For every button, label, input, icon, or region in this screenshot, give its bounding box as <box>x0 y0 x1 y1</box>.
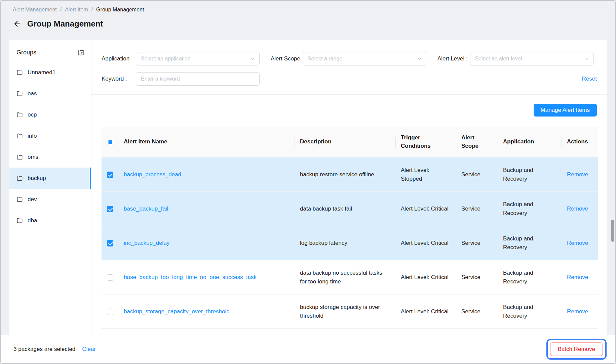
selection-summary: 3 packages are selected Clear <box>13 346 96 353</box>
filter-bar: Application Select an application Alert … <box>91 40 607 95</box>
remove-link[interactable]: Remove <box>567 274 588 280</box>
trigger-conditions-cell: Alert Level: Stopped <box>401 167 429 182</box>
alert-level-select[interactable]: Select an alert level <box>470 52 594 65</box>
row-checkbox[interactable] <box>107 309 113 315</box>
folder-icon <box>16 175 23 182</box>
selection-count-text: 3 packages are selected <box>13 346 75 353</box>
arrow-left-icon <box>13 19 22 28</box>
group-list: Unnamed1 oas ocp info om <box>9 62 91 231</box>
table-row: base_backup_too_long_time_no_one_success… <box>102 260 598 294</box>
sidebar-item-dba[interactable]: dba <box>9 210 91 231</box>
remove-link[interactable]: Remove <box>567 308 588 315</box>
vertical-scrollbar-thumb[interactable] <box>611 220 614 242</box>
group-item-label: backup <box>28 175 46 182</box>
sidebar-item-backup[interactable]: backup <box>9 168 91 189</box>
alert-scope-filter-label: Alert Scope <box>271 55 300 62</box>
table-header: Alert Item Name Description Trigger Cond… <box>102 127 598 157</box>
alert-scope-select-placeholder: Select a range <box>308 56 342 62</box>
application-select-placeholder: Select an application <box>141 56 191 62</box>
row-checkbox[interactable] <box>107 172 113 178</box>
table-row: backup_storage_capacity_over_threshold b… <box>102 294 598 329</box>
batch-remove-button[interactable]: Batch Remove <box>550 343 603 356</box>
row-checkbox[interactable] <box>107 240 113 246</box>
alert-item-name-link[interactable]: base_backup_too_long_time_no_one_success… <box>124 274 257 280</box>
folder-icon <box>16 111 23 118</box>
keyword-input[interactable] <box>136 72 260 86</box>
alert-scope-select[interactable]: Select a range <box>303 52 426 65</box>
back-button[interactable] <box>13 19 22 28</box>
description-cell: backup restore service offline <box>300 171 374 178</box>
page-title: Group Management <box>27 19 103 29</box>
description-cell: buckup storage capacity is over threshol… <box>300 304 380 319</box>
alert-scope-cell: Service <box>461 171 480 178</box>
sidebar-item-dev[interactable]: dev <box>9 189 91 210</box>
column-header-alert-scope: Alert Scope <box>461 134 478 149</box>
title-row: Group Management <box>13 19 615 29</box>
folder-icon <box>16 90 23 97</box>
remove-link[interactable]: Remove <box>567 240 588 246</box>
breadcrumb-separator: / <box>91 7 93 13</box>
row-checkbox[interactable] <box>107 206 113 212</box>
table-row: base_backup_fail data backup task fail A… <box>102 192 598 226</box>
keyword-filter: Keyword : <box>102 72 260 86</box>
content-panel: Application Select an application Alert … <box>91 40 607 335</box>
chevron-down-icon <box>584 56 590 62</box>
application-cell: Backup and Recovery <box>503 201 533 216</box>
folder-icon <box>16 217 23 224</box>
trigger-conditions-cell: Alert Level: Critical <box>401 206 449 212</box>
alert-scope-cell: Service <box>461 274 480 280</box>
sidebar-item-oms[interactable]: oms <box>9 146 91 168</box>
breadcrumb-alert-item[interactable]: Alert Item <box>65 7 88 13</box>
folder-icon <box>16 133 23 139</box>
main-card: Groups Unnamed1 oas <box>9 40 607 335</box>
alert-table-body: backup_process_dead backup restore servi… <box>102 157 598 329</box>
alert-items-table: Alert Item Name Description Trigger Cond… <box>102 127 598 329</box>
add-group-folder-icon[interactable] <box>77 49 85 56</box>
clear-selection-link[interactable]: Clear <box>82 346 96 353</box>
application-cell: Backup and Recovery <box>503 235 533 251</box>
group-item-label: dev <box>28 196 37 203</box>
breadcrumb-alert-management[interactable]: Alert Management <box>13 7 57 13</box>
alert-level-select-placeholder: Select an alert level <box>475 56 522 62</box>
alert-item-name-link[interactable]: backup_process_dead <box>124 171 181 178</box>
alert-scope-cell: Service <box>461 240 480 246</box>
remove-link[interactable]: Remove <box>567 171 588 178</box>
alert-scope-filter: Alert Scope Select a range <box>271 52 426 65</box>
trigger-conditions-cell: Alert Level: Critical <box>401 274 449 280</box>
table-area: Manage Alert Items Alert Item Name Descr… <box>91 95 607 335</box>
manage-alert-items-button[interactable]: Manage Alert Items <box>534 104 597 117</box>
groups-sidebar: Groups Unnamed1 oas <box>9 40 91 335</box>
alert-scope-cell: Service <box>461 308 480 315</box>
application-cell: Backup and Recovery <box>503 270 533 285</box>
sidebar-item-ocp[interactable]: ocp <box>9 104 91 125</box>
description-cell: data backup no successful tasks for too … <box>300 270 382 285</box>
breadcrumb: Alert Management / Alert Item / Group Ma… <box>13 7 615 13</box>
application-filter-label: Application <box>102 55 134 62</box>
trigger-conditions-cell: Alert Level: Critical <box>401 240 449 246</box>
remove-link[interactable]: Remove <box>567 206 588 212</box>
description-cell: log backup latency <box>300 240 347 246</box>
group-item-label: oas <box>28 90 37 97</box>
alert-item-name-link[interactable]: base_backup_fail <box>124 206 168 212</box>
column-header-trigger-conditions: Trigger Conditions <box>401 134 431 149</box>
trigger-conditions-cell: Alert Level: Critical <box>401 308 449 315</box>
batch-remove-highlight-ring: Batch Remove <box>546 339 607 360</box>
application-select[interactable]: Select an application <box>136 52 260 65</box>
reset-link[interactable]: Reset <box>582 76 597 82</box>
alert-item-name-link[interactable]: backup_storage_capacity_over_threshold <box>124 308 230 315</box>
sidebar-item-unnamed1[interactable]: Unnamed1 <box>9 62 91 83</box>
folder-icon <box>16 196 23 203</box>
table-row: backup_process_dead backup restore servi… <box>102 157 598 192</box>
row-checkbox[interactable] <box>107 274 113 281</box>
sidebar-item-oas[interactable]: oas <box>9 83 91 104</box>
select-all-checkbox[interactable] <box>107 139 113 145</box>
application-filter: Application Select an application <box>102 52 260 65</box>
groups-title: Groups <box>16 49 36 56</box>
alert-item-name-link[interactable]: inc_backup_delay <box>124 240 169 246</box>
breadcrumb-separator: / <box>60 7 62 13</box>
column-header-application: Application <box>503 138 534 145</box>
sidebar-item-info[interactable]: info <box>9 125 91 146</box>
breadcrumb-current: Group Management <box>96 7 144 13</box>
column-header-description: Description <box>300 138 332 145</box>
keyword-filter-label: Keyword : <box>102 76 134 82</box>
